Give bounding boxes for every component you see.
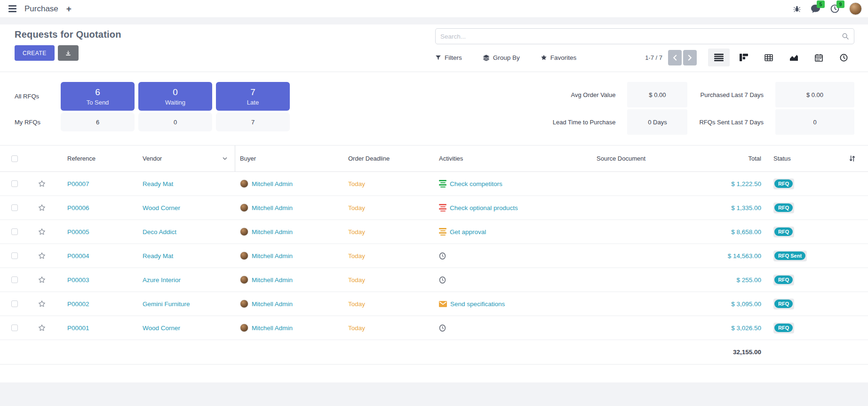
vendor-link[interactable]: Deco Addict — [143, 228, 176, 235]
group-by-button[interactable]: Group By — [483, 54, 520, 61]
main-content: Requests for Quotation CREATE Filters — [0, 24, 868, 382]
activity-label[interactable]: Send specifications — [450, 300, 505, 308]
apps-menu-icon[interactable] — [8, 5, 16, 12]
vendor-link[interactable]: Ready Mat — [143, 252, 173, 260]
export-download-button[interactable] — [58, 45, 79, 61]
reference-link[interactable]: P00004 — [67, 252, 89, 260]
header-vendor[interactable]: Vendor — [139, 146, 235, 171]
activity-clock-icon[interactable] — [439, 324, 446, 332]
header-status[interactable]: Status — [767, 155, 836, 162]
activity-list-icon[interactable] — [439, 204, 446, 211]
reference-link[interactable]: P00001 — [67, 325, 89, 332]
reference-link[interactable]: P00006 — [67, 204, 89, 211]
reference-link[interactable]: P00007 — [67, 180, 89, 187]
view-kanban-button[interactable] — [733, 49, 755, 66]
activity-clock-icon[interactable] — [439, 276, 446, 284]
activity-cell[interactable]: Get approval — [433, 228, 579, 235]
tile-waiting-my[interactable]: 0 — [138, 113, 212, 131]
activity-cell[interactable] — [433, 252, 579, 260]
tile-to-send-all[interactable]: 6 To Send — [61, 82, 135, 111]
vendor-link[interactable]: Gemini Furniture — [143, 300, 190, 308]
row-star[interactable] — [29, 324, 54, 332]
row-star[interactable] — [29, 227, 54, 236]
view-graph-button[interactable] — [783, 49, 804, 66]
activity-list-icon[interactable] — [439, 180, 446, 187]
row-checkbox[interactable] — [11, 252, 18, 259]
favorites-button[interactable]: Favorites — [541, 54, 577, 61]
row-star[interactable] — [29, 300, 54, 308]
vendor-link[interactable]: Wood Corner — [143, 204, 180, 211]
pager-previous-button[interactable] — [668, 50, 682, 65]
activity-cell[interactable] — [433, 324, 579, 332]
row-checkbox[interactable] — [11, 300, 18, 307]
activity-label[interactable]: Check competitors — [450, 180, 502, 187]
search-icon[interactable] — [842, 32, 849, 40]
reference-link[interactable]: P00002 — [67, 300, 89, 308]
vendor-link[interactable]: Ready Mat — [143, 180, 173, 187]
user-avatar[interactable] — [849, 2, 862, 15]
table-row[interactable]: P00004 Ready Mat Mitchell Admin Today $ … — [0, 244, 868, 268]
pager-next-button[interactable] — [683, 50, 697, 65]
header-order-deadline[interactable]: Order Deadline — [341, 155, 433, 162]
row-star[interactable] — [29, 252, 54, 260]
row-star[interactable] — [29, 276, 54, 284]
activities-clock-icon[interactable]: 9 — [830, 4, 839, 13]
row-checkbox[interactable] — [11, 204, 18, 211]
row-checkbox[interactable] — [11, 180, 18, 187]
tile-to-send-my[interactable]: 6 — [61, 113, 135, 131]
table-row[interactable]: P00006 Wood Corner Mitchell Admin Today … — [0, 196, 868, 220]
table-row[interactable]: P00001 Wood Corner Mitchell Admin Today … — [0, 316, 868, 340]
activity-cell[interactable]: Send specifications — [433, 300, 579, 308]
create-button[interactable]: CREATE — [15, 45, 55, 61]
header-buyer[interactable]: Buyer — [235, 155, 341, 162]
table-row[interactable]: P00005 Deco Addict Mitchell Admin Today … — [0, 220, 868, 244]
reference-link[interactable]: P00005 — [67, 228, 89, 235]
activity-envelope-icon[interactable] — [439, 301, 447, 307]
waiting-caption: Waiting — [165, 99, 185, 106]
tile-waiting-all[interactable]: 0 Waiting — [138, 82, 212, 111]
kanban-view-icon — [740, 54, 748, 61]
activity-label[interactable]: Check optional products — [450, 204, 518, 211]
messages-count-badge: 5 — [817, 0, 825, 8]
row-checkbox[interactable] — [11, 228, 18, 235]
tile-late-my[interactable]: 7 — [216, 113, 290, 131]
total-value: $ 14,563.00 — [728, 252, 761, 260]
view-calendar-button[interactable] — [808, 49, 829, 66]
table-row[interactable]: P00002 Gemini Furniture Mitchell Admin T… — [0, 292, 868, 316]
table-row[interactable]: P00007 Ready Mat Mitchell Admin Today Ch… — [0, 172, 868, 196]
table-row[interactable]: P00003 Azure Interior Mitchell Admin Tod… — [0, 268, 868, 292]
filters-button[interactable]: Filters — [435, 54, 462, 61]
header-activities[interactable]: Activities — [433, 155, 579, 162]
vendor-link[interactable]: Azure Interior — [143, 276, 181, 284]
activity-cell[interactable]: Check competitors — [433, 180, 579, 187]
new-tab-plus-icon[interactable]: + — [66, 4, 72, 13]
activity-cell[interactable]: Check optional products — [433, 204, 579, 211]
activity-cell[interactable] — [433, 276, 579, 284]
header-source-document[interactable]: Source Document — [579, 155, 682, 162]
messages-icon[interactable]: 5 — [811, 4, 820, 13]
view-pivot-button[interactable] — [758, 49, 780, 66]
star-outline-icon — [38, 227, 46, 236]
select-all-checkbox[interactable] — [11, 155, 18, 162]
header-total[interactable]: Total — [682, 155, 767, 162]
search-input[interactable] — [436, 33, 842, 40]
row-star[interactable] — [29, 203, 54, 212]
vendor-link[interactable]: Wood Corner — [143, 325, 180, 332]
tile-late-all[interactable]: 7 Late — [216, 82, 290, 111]
optional-columns-button[interactable] — [836, 155, 868, 162]
header-reference[interactable]: Reference — [54, 155, 139, 162]
activity-label[interactable]: Get approval — [450, 228, 486, 235]
row-checkbox[interactable] — [11, 325, 18, 331]
view-list-button[interactable] — [708, 49, 730, 66]
status-badge-label: RFQ — [774, 300, 793, 308]
app-name[interactable]: Purchase — [24, 4, 58, 14]
view-activity-button[interactable] — [833, 49, 854, 66]
reference-link[interactable]: P00003 — [67, 276, 89, 284]
row-star[interactable] — [29, 179, 54, 188]
kpi-lead-time: 0 Days — [627, 109, 687, 135]
sort-chevron-icon[interactable] — [223, 157, 227, 160]
row-checkbox[interactable] — [11, 276, 18, 283]
activity-list-icon[interactable] — [439, 228, 446, 235]
activity-clock-icon[interactable] — [439, 252, 446, 260]
debug-bug-icon[interactable] — [793, 5, 801, 13]
